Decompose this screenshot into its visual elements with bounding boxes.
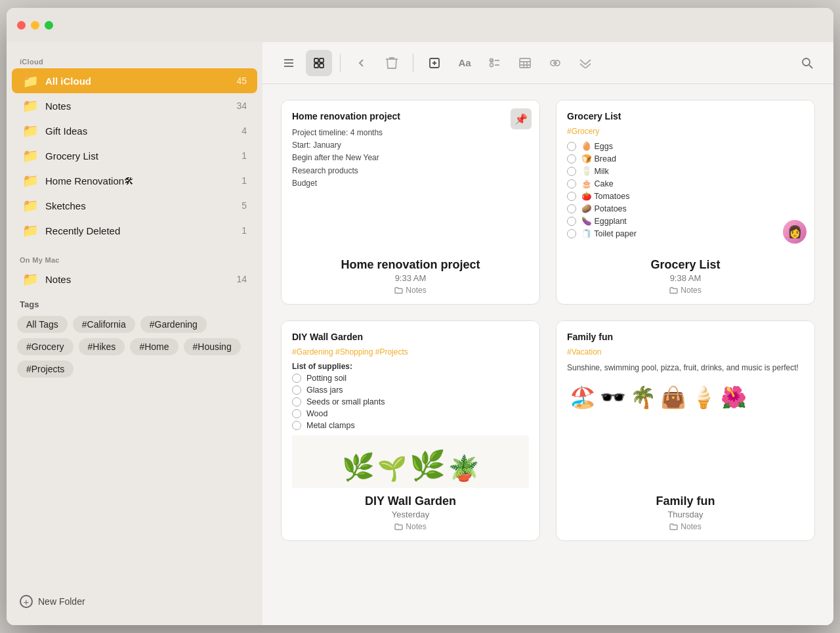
toolbar: Aa bbox=[262, 42, 833, 84]
tags-grid: All Tags #California #Gardening #Grocery… bbox=[17, 316, 252, 378]
checklist-preview: 🥚 Eggs 🍞 Bread 🥛 Milk 🎂 Cake 🍅 Tomatoes … bbox=[567, 141, 804, 238]
note-footer-time: Yesterday bbox=[292, 510, 529, 519]
note-preview: Family fun #Vacation Sunshine, swimming … bbox=[556, 321, 814, 488]
checklist-button[interactable] bbox=[482, 50, 508, 76]
svg-rect-5 bbox=[314, 64, 318, 68]
note-footer: Home renovation project 9:33 AM Notes bbox=[282, 251, 539, 304]
checklist-item: 🧻 Toilet paper bbox=[567, 229, 804, 238]
tag-chip-gardening[interactable]: #Gardening bbox=[140, 316, 207, 333]
sidebar-item-name: Home Renovation🛠 bbox=[45, 175, 235, 186]
links-button[interactable] bbox=[542, 50, 568, 76]
checklist-item: 🥛 Milk bbox=[567, 166, 804, 176]
sidebar: iCloud 📁 All iCloud 45 📁 Notes 34 📁 Gift… bbox=[7, 42, 262, 625]
svg-point-11 bbox=[490, 63, 494, 66]
search-button[interactable] bbox=[794, 50, 820, 76]
checkbox bbox=[567, 192, 576, 201]
note-footer-folder: Notes bbox=[567, 522, 804, 531]
tag-chip-projects[interactable]: #Projects bbox=[17, 360, 74, 378]
tag-chip-all-tags[interactable]: All Tags bbox=[17, 316, 68, 333]
sidebar-item-all-icloud[interactable]: 📁 All iCloud 45 bbox=[12, 68, 257, 93]
tag-chip-grocery[interactable]: #Grocery bbox=[17, 338, 74, 355]
notes-grid: Home renovation project 📌 Project timeli… bbox=[262, 84, 833, 625]
close-button[interactable] bbox=[17, 21, 26, 30]
checkbox bbox=[567, 204, 576, 213]
svg-rect-14 bbox=[520, 58, 530, 68]
sidebar-item-notes[interactable]: 📁 Notes 34 bbox=[12, 93, 257, 118]
note-title-preview: Grocery List bbox=[567, 111, 804, 121]
new-folder-button[interactable]: + New Folder bbox=[7, 588, 262, 615]
more-button[interactable] bbox=[572, 50, 598, 76]
diy-checklist: Potting soil Glass jars Seeds or small p… bbox=[292, 374, 529, 430]
checklist-item: Seeds or small plants bbox=[292, 397, 529, 406]
sidebar-item-count: 5 bbox=[242, 200, 247, 211]
folder-icon: 📁 bbox=[22, 73, 39, 89]
checkbox bbox=[567, 142, 576, 151]
note-footer-title: Grocery List bbox=[567, 258, 804, 272]
tags-section-label: Tags bbox=[17, 299, 252, 309]
plus-circle-icon: + bbox=[20, 595, 33, 608]
note-tag-preview: #Grocery bbox=[567, 127, 804, 136]
checklist-item: Wood bbox=[292, 409, 529, 418]
sidebar-item-recently-deleted[interactable]: 📁 Recently Deleted 1 bbox=[12, 218, 257, 243]
checklist-item: 🍆 Eggplant bbox=[567, 216, 804, 226]
svg-line-23 bbox=[809, 65, 812, 68]
checkbox bbox=[567, 229, 576, 238]
note-footer-time: Thursday bbox=[567, 510, 804, 519]
note-footer-title: DIY Wall Garden bbox=[292, 494, 529, 508]
sidebar-item-name: Notes bbox=[45, 100, 230, 112]
note-footer-folder: Notes bbox=[567, 286, 804, 295]
back-button[interactable] bbox=[348, 50, 375, 76]
delete-button[interactable] bbox=[379, 50, 405, 76]
sidebar-item-grocery-list[interactable]: 📁 Grocery List 1 bbox=[12, 143, 257, 168]
sticker: 🌺 bbox=[721, 385, 747, 410]
sidebar-item-count: 34 bbox=[236, 100, 247, 111]
toolbar-divider-2 bbox=[413, 54, 413, 72]
sidebar-item-home-renovation[interactable]: 📁 Home Renovation🛠 1 bbox=[12, 168, 257, 193]
sidebar-item-name: Grocery List bbox=[45, 150, 235, 162]
note-card-family-fun[interactable]: Family fun #Vacation Sunshine, swimming … bbox=[556, 320, 815, 541]
minimize-button[interactable] bbox=[31, 21, 39, 30]
sidebar-item-notes-mac[interactable]: 📁 Notes 14 bbox=[12, 267, 257, 292]
new-note-button[interactable] bbox=[421, 50, 448, 76]
sidebar-item-count: 1 bbox=[242, 150, 247, 161]
sidebar-item-name: Recently Deleted bbox=[45, 225, 235, 236]
list-view-button[interactable] bbox=[276, 50, 302, 76]
tag-chip-california[interactable]: #California bbox=[73, 316, 135, 333]
note-card-home-renovation[interactable]: Home renovation project 📌 Project timeli… bbox=[281, 100, 540, 305]
note-text-preview: Project timeline: 4 months Start: Januar… bbox=[292, 127, 529, 190]
checkbox bbox=[292, 397, 301, 406]
pin-icon: 📌 bbox=[511, 108, 532, 129]
format-button[interactable]: Aa bbox=[452, 50, 478, 76]
tag-chip-housing[interactable]: #Housing bbox=[184, 338, 241, 355]
sidebar-item-count: 45 bbox=[236, 76, 247, 86]
note-footer: Family fun Thursday Notes bbox=[556, 488, 814, 540]
sticker: 🌴 bbox=[630, 385, 656, 410]
fullscreen-button[interactable] bbox=[45, 21, 53, 30]
new-folder-label: New Folder bbox=[38, 596, 85, 607]
svg-rect-6 bbox=[320, 64, 324, 68]
supplies-label: List of supplies: bbox=[292, 362, 529, 371]
note-footer-folder: Notes bbox=[292, 286, 529, 295]
tag-chip-hikes[interactable]: #Hikes bbox=[79, 338, 125, 355]
traffic-lights bbox=[17, 21, 53, 30]
checklist-item: Glass jars bbox=[292, 385, 529, 395]
note-footer-folder: Notes bbox=[292, 522, 529, 531]
sidebar-item-name: Gift Ideas bbox=[45, 125, 235, 137]
sidebar-item-count: 14 bbox=[236, 274, 247, 284]
note-card-diy-wall-garden[interactable]: DIY Wall Garden #Gardening #Shopping #Pr… bbox=[281, 320, 540, 541]
icloud-section-label: iCloud bbox=[7, 53, 262, 68]
folder-icon: 📁 bbox=[22, 198, 39, 213]
checklist-item: 🍞 Bread bbox=[567, 154, 804, 164]
note-card-grocery-list[interactable]: Grocery List #Grocery 🥚 Eggs 🍞 Bread 🥛 M… bbox=[556, 100, 815, 305]
note-title-preview: Home renovation project bbox=[292, 111, 529, 121]
note-title-preview: Family fun bbox=[567, 332, 804, 342]
grid-view-button[interactable] bbox=[306, 50, 332, 76]
tag-chip-home[interactable]: #Home bbox=[130, 338, 178, 355]
table-button[interactable] bbox=[512, 50, 538, 76]
title-bar bbox=[7, 8, 833, 42]
sticker: 🍦 bbox=[690, 385, 717, 410]
sidebar-item-gift-ideas[interactable]: 📁 Gift Ideas 4 bbox=[12, 118, 257, 143]
sidebar-item-name: Sketches bbox=[45, 200, 235, 211]
sidebar-item-sketches[interactable]: 📁 Sketches 5 bbox=[12, 193, 257, 218]
checkbox bbox=[567, 167, 576, 176]
